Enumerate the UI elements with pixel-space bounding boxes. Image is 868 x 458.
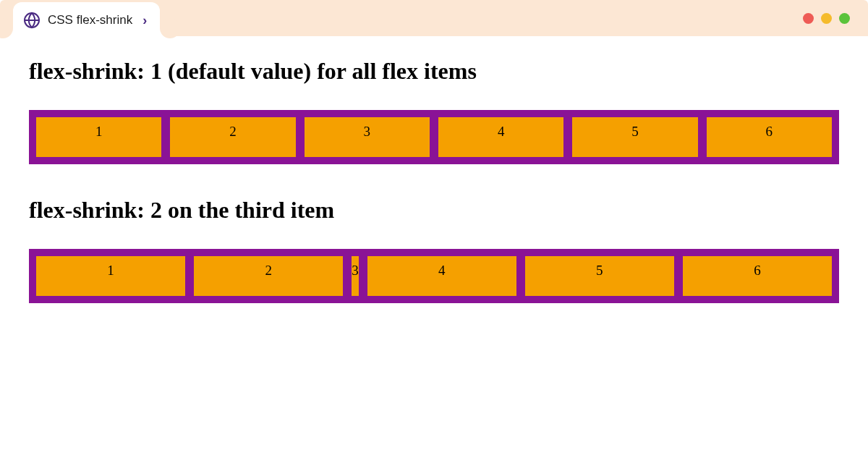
window-controls — [803, 13, 850, 24]
close-window-button[interactable] — [803, 13, 814, 24]
flex-item: 5 — [572, 117, 697, 157]
maximize-window-button[interactable] — [839, 13, 850, 24]
example-heading: flex-shrink: 1 (default value) for all f… — [29, 58, 839, 85]
flex-item: 1 — [36, 256, 185, 296]
flex-container-default: 1 2 3 4 5 6 — [29, 110, 839, 164]
browser-tab[interactable]: CSS flex-shrink › — [13, 2, 160, 38]
globe-icon — [23, 12, 41, 29]
browser-chrome: CSS flex-shrink › — [0, 0, 868, 36]
flex-item: 2 — [194, 256, 343, 296]
flex-item: 5 — [525, 256, 674, 296]
chevron-right-icon: › — [142, 13, 147, 28]
flex-item: 4 — [367, 256, 516, 296]
minimize-window-button[interactable] — [821, 13, 832, 24]
flex-item: 6 — [707, 117, 832, 157]
flex-item: 6 — [683, 256, 832, 296]
flex-item: 2 — [170, 117, 295, 157]
example-heading: flex-shrink: 2 on the third item — [29, 197, 839, 224]
flex-item: 1 — [36, 117, 161, 157]
tab-title: CSS flex-shrink — [48, 13, 132, 27]
flex-item: 3 — [305, 117, 430, 157]
flex-container-shrink2: 1 2 3 4 5 6 — [29, 249, 839, 303]
page-content: flex-shrink: 1 (default value) for all f… — [0, 36, 868, 357]
flex-item: 4 — [438, 117, 563, 157]
flex-item-shrink-2: 3 — [352, 256, 359, 296]
